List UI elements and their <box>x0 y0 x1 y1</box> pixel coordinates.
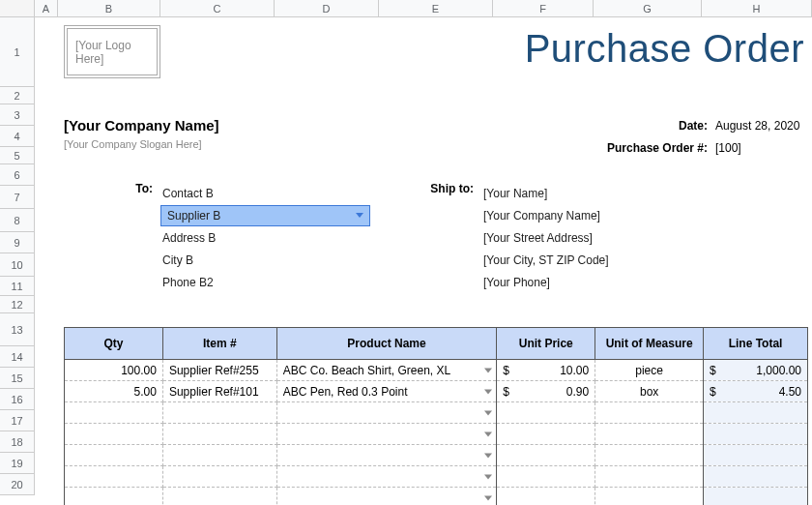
table-row[interactable]: 5.00Supplier Ref#101ABC Pen, Red 0.3 Poi… <box>65 381 808 402</box>
row-header-4[interactable]: 4 <box>0 126 35 147</box>
row-header-1[interactable]: 1 <box>0 17 35 87</box>
chevron-down-icon[interactable] <box>484 474 492 479</box>
cell-item[interactable] <box>162 402 276 424</box>
col-header-D[interactable]: D <box>275 0 379 17</box>
vendor-city[interactable]: City B <box>162 249 370 271</box>
company-slogan[interactable]: [Your Company Slogan Here] <box>64 138 202 150</box>
logo-placeholder[interactable]: [Your Logo Here] <box>64 25 160 78</box>
cell-unit-price[interactable] <box>497 402 595 424</box>
col-header-G[interactable]: G <box>594 0 702 17</box>
row-header-10[interactable]: 10 <box>0 253 35 277</box>
corner-cell[interactable] <box>0 0 35 17</box>
row-header-20[interactable]: 20 <box>0 474 35 495</box>
row-header-7[interactable]: 7 <box>0 186 35 209</box>
cell-unit-price[interactable] <box>497 445 595 466</box>
cell-item[interactable] <box>162 424 276 445</box>
cell-qty[interactable]: 5.00 <box>65 381 163 402</box>
chevron-down-icon[interactable] <box>484 389 492 394</box>
cell-item[interactable] <box>162 466 276 488</box>
row-header-5[interactable]: 5 <box>0 147 35 164</box>
row-header-6[interactable]: 6 <box>0 164 35 186</box>
vendor-phone[interactable]: Phone B2 <box>162 271 370 293</box>
row-header-15[interactable]: 15 <box>0 368 35 389</box>
row-header-3[interactable]: 3 <box>0 104 35 126</box>
cell-qty[interactable] <box>65 402 163 424</box>
table-row[interactable] <box>65 424 808 445</box>
shipto-citystate[interactable]: [Your City, ST ZIP Code] <box>483 249 609 271</box>
col-line-total[interactable]: Line Total <box>704 328 808 360</box>
cell-line-total[interactable] <box>704 402 808 424</box>
cell-uom[interactable] <box>595 402 704 424</box>
table-row[interactable] <box>65 466 808 488</box>
cell-uom[interactable] <box>595 488 704 506</box>
cell-product[interactable] <box>276 466 497 488</box>
cell-uom[interactable]: piece <box>595 360 704 381</box>
chevron-down-icon[interactable] <box>484 410 492 415</box>
cell-qty[interactable] <box>65 488 163 506</box>
row-header-12[interactable]: 12 <box>0 296 35 313</box>
col-header-A[interactable]: A <box>35 0 58 17</box>
cell-unit-price[interactable] <box>497 466 595 488</box>
cell-unit-price[interactable] <box>497 424 595 445</box>
cell-line-total[interactable] <box>704 466 808 488</box>
cell-unit-price[interactable] <box>497 488 595 506</box>
table-row[interactable]: 100.00Supplier Ref#255ABC Co. Beach Shir… <box>65 360 808 381</box>
cell-item[interactable]: Supplier Ref#101 <box>162 381 276 402</box>
vendor-address[interactable]: Address B <box>162 226 370 249</box>
cell-uom[interactable] <box>595 466 704 488</box>
cell-product[interactable] <box>276 402 497 424</box>
shipto-phone[interactable]: [Your Phone] <box>483 271 609 293</box>
row-header-8[interactable]: 8 <box>0 209 35 232</box>
cell-product[interactable]: ABC Pen, Red 0.3 Point <box>276 381 497 402</box>
col-header-F[interactable]: F <box>493 0 594 17</box>
cell-qty[interactable] <box>65 466 163 488</box>
line-items-table[interactable]: Qty Item # Product Name Unit Price Unit … <box>64 327 808 505</box>
col-unit-price[interactable]: Unit Price <box>497 328 595 360</box>
chevron-down-icon[interactable] <box>356 213 363 218</box>
cell-item[interactable] <box>162 488 276 506</box>
company-name[interactable]: [Your Company Name] <box>64 117 219 134</box>
cell-line-total[interactable] <box>704 488 808 506</box>
cell-line-total[interactable] <box>704 424 808 445</box>
cell-line-total[interactable] <box>704 445 808 466</box>
cell-unit-price[interactable]: $0.90 <box>497 381 595 402</box>
cell-uom[interactable]: box <box>595 381 704 402</box>
cell-product[interactable] <box>276 424 497 445</box>
cell-uom[interactable] <box>595 445 704 466</box>
vendor-contact[interactable]: Contact B <box>162 182 370 204</box>
row-header-19[interactable]: 19 <box>0 453 35 474</box>
table-row[interactable] <box>65 402 808 424</box>
cell-item[interactable]: Supplier Ref#255 <box>162 360 276 381</box>
col-qty[interactable]: Qty <box>65 328 163 360</box>
row-header-14[interactable]: 14 <box>0 346 35 368</box>
date-value[interactable]: August 28, 2020 <box>715 119 802 133</box>
spreadsheet-body[interactable]: [Your Logo Here] Purchase Order [Your Co… <box>35 17 812 505</box>
row-header-11[interactable]: 11 <box>0 277 35 296</box>
row-header-16[interactable]: 16 <box>0 389 35 410</box>
cell-product[interactable] <box>276 488 497 506</box>
cell-qty[interactable] <box>65 424 163 445</box>
col-uom[interactable]: Unit of Measure <box>595 328 704 360</box>
row-header-13[interactable]: 13 <box>0 313 35 346</box>
col-item[interactable]: Item # <box>162 328 276 360</box>
row-header-18[interactable]: 18 <box>0 431 35 453</box>
vendor-supplier-cell[interactable]: Supplier B <box>162 204 370 226</box>
cell-product[interactable]: ABC Co. Beach Shirt, Green, XL <box>276 360 497 381</box>
col-header-H[interactable]: H <box>702 0 812 17</box>
cell-line-total[interactable]: $4.50 <box>704 381 808 402</box>
cell-line-total[interactable]: $1,000.00 <box>704 360 808 381</box>
col-header-C[interactable]: C <box>160 0 275 17</box>
col-header-B[interactable]: B <box>58 0 160 17</box>
row-header-2[interactable]: 2 <box>0 87 35 104</box>
cell-uom[interactable] <box>595 424 704 445</box>
table-row[interactable] <box>65 445 808 466</box>
chevron-down-icon[interactable] <box>484 431 492 436</box>
chevron-down-icon[interactable] <box>484 495 492 500</box>
shipto-street[interactable]: [Your Street Address] <box>483 226 609 249</box>
table-row[interactable] <box>65 488 808 506</box>
cell-qty[interactable] <box>65 445 163 466</box>
col-header-E[interactable]: E <box>379 0 493 17</box>
shipto-name[interactable]: [Your Name] <box>483 182 609 204</box>
row-header-17[interactable]: 17 <box>0 410 35 431</box>
row-header-9[interactable]: 9 <box>0 232 35 253</box>
